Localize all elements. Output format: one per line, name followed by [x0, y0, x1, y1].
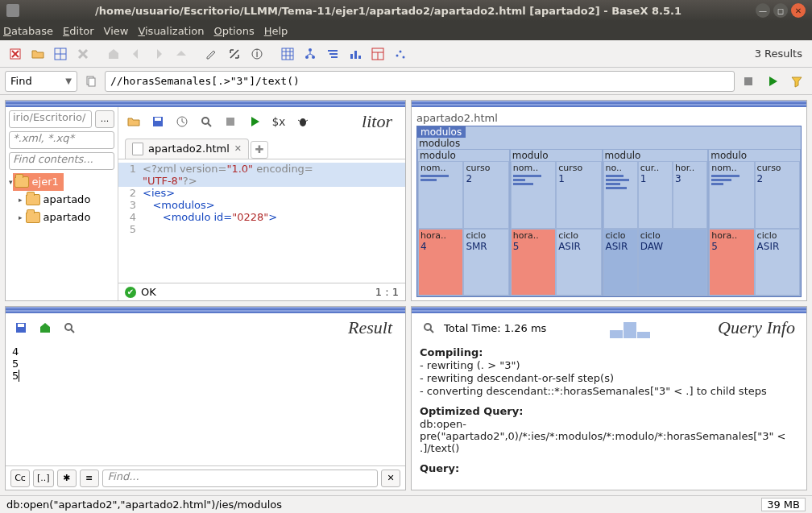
run-query-button[interactable]: [762, 71, 783, 92]
map-modulo[interactable]: modulo nom.. curso1 hora..5 cicloASIR: [510, 149, 603, 296]
open-button[interactable]: [27, 43, 48, 64]
result-panel: Result 4 5 5 Cc [..] ✱ ≡ Find... ✕: [5, 306, 406, 490]
map-modulo[interactable]: modulo nom.. curso2 hora..5 cicloASIR: [708, 149, 801, 296]
window-close-button[interactable]: ✕: [791, 3, 806, 18]
chevron-down-icon: ▼: [65, 77, 72, 85]
clear-find-button[interactable]: ✕: [381, 470, 400, 487]
path-input[interactable]: irio/Escritorio/: [9, 110, 92, 128]
add-tab-button[interactable]: ✚: [251, 141, 268, 159]
close-tab-button[interactable]: ✕: [234, 143, 242, 154]
bars-view-button[interactable]: [345, 43, 366, 64]
svg-rect-21: [350, 54, 353, 59]
back-button[interactable]: [126, 43, 147, 64]
scatter-view-button[interactable]: [390, 43, 411, 64]
filter-button[interactable]: [786, 71, 807, 92]
editor-panel-title: litor: [317, 111, 400, 132]
status-path: db:open("apartado2","apartado2.html")/ie…: [6, 499, 282, 511]
edit-button[interactable]: [201, 43, 222, 64]
ed-search-button[interactable]: [196, 111, 217, 132]
regex-button[interactable]: [..]: [33, 470, 54, 487]
map-view-button[interactable]: [367, 43, 388, 64]
query-mode-value: Find: [10, 75, 32, 87]
menu-view[interactable]: View: [104, 25, 129, 37]
svg-point-46: [425, 324, 431, 330]
menubar: Database Editor View Visualization Optio…: [0, 21, 812, 40]
tree-expand-icon[interactable]: ▸: [19, 196, 23, 204]
svg-rect-32: [744, 77, 752, 85]
svg-point-16: [305, 56, 309, 59]
ed-var-button[interactable]: $x: [268, 111, 289, 132]
tree-expand-icon[interactable]: ▸: [19, 213, 23, 221]
tree-view-button[interactable]: [300, 43, 321, 64]
svg-line-37: [208, 123, 211, 126]
folder-icon: [26, 194, 40, 205]
qi-search-button[interactable]: [418, 317, 439, 338]
up-button[interactable]: [171, 43, 192, 64]
result-output[interactable]: 4 5 5: [6, 342, 405, 465]
result-search-button[interactable]: [59, 317, 80, 338]
ed-open-button[interactable]: [123, 111, 144, 132]
wildcard-button[interactable]: ✱: [57, 470, 77, 487]
tree-item-selected[interactable]: ejer1: [13, 173, 64, 191]
svg-rect-10: [282, 48, 293, 60]
file-filter-input[interactable]: *.xml, *.xq*: [9, 131, 114, 149]
query-input[interactable]: //horasSemanales[.>"3"]/text(): [105, 71, 735, 92]
editor-status: OK: [141, 286, 156, 298]
map-filename: apartado2.html: [416, 110, 802, 126]
stop-query-button[interactable]: [738, 71, 759, 92]
ed-history-button[interactable]: [172, 111, 193, 132]
ed-save-button[interactable]: [147, 111, 168, 132]
svg-point-39: [300, 118, 306, 126]
queryinfo-body[interactable]: Compiling: - rewriting (. > "3") - rewri…: [412, 342, 806, 490]
result-home-button[interactable]: [35, 317, 56, 338]
window-minimize-button[interactable]: —: [756, 3, 770, 18]
home-button[interactable]: [103, 43, 124, 64]
table-view-button[interactable]: [277, 43, 298, 64]
total-time-label: Total Time: 1.26 ms: [444, 322, 546, 334]
ed-stop-button[interactable]: [220, 111, 241, 132]
info-button[interactable]: i: [246, 43, 267, 64]
case-button[interactable]: Cc: [10, 470, 30, 487]
delete-button[interactable]: [72, 43, 93, 64]
expand-button[interactable]: [224, 43, 245, 64]
editor-tab[interactable]: apartado2.html ✕: [125, 139, 249, 159]
svg-text:i: i: [255, 48, 259, 60]
ed-run-button[interactable]: [244, 111, 265, 132]
tree-item[interactable]: ▸apartado: [9, 191, 114, 209]
menu-editor[interactable]: Editor: [63, 25, 93, 37]
queryinfo-panel-title: Query Info: [718, 317, 800, 338]
map-modulo[interactable]: modulo nom.. curso2 hora..4 cicloSMR: [417, 149, 510, 296]
ed-debug-button[interactable]: [292, 111, 313, 132]
forward-button[interactable]: [148, 43, 169, 64]
browse-path-button[interactable]: ...: [95, 110, 114, 128]
window-maximize-button[interactable]: ◻: [773, 3, 788, 18]
result-find-input[interactable]: Find...: [102, 470, 378, 487]
map-root[interactable]: modulos modulos modulo nom.. curso2 hora…: [416, 126, 802, 297]
menu-options[interactable]: Options: [214, 25, 255, 37]
app-icon: [6, 4, 19, 17]
status-bar: db:open("apartado2","apartado2.html")/ie…: [0, 495, 812, 513]
result-save-button[interactable]: [10, 317, 31, 338]
list-view-button[interactable]: [322, 43, 343, 64]
memory-indicator: 39 MB: [761, 498, 806, 511]
timing-sparkline: [610, 317, 650, 338]
svg-point-15: [309, 48, 312, 52]
new-db-button[interactable]: [5, 43, 26, 64]
find-contents-input[interactable]: Find contents...: [9, 152, 114, 170]
svg-point-36: [202, 118, 209, 124]
multiline-button[interactable]: ≡: [80, 470, 99, 487]
menu-help[interactable]: Help: [264, 25, 288, 37]
main-toolbar: i 3 Results: [0, 40, 812, 68]
tree-item[interactable]: ▸apartado: [9, 209, 114, 226]
project-tree[interactable]: ▾ ejer1 ▸apartado ▸apartado: [9, 173, 114, 226]
query-mode-combo[interactable]: Find ▼: [5, 71, 77, 92]
menu-database[interactable]: Database: [3, 25, 53, 37]
svg-rect-31: [89, 78, 95, 86]
menu-visualization[interactable]: Visualization: [138, 25, 204, 37]
code-editor[interactable]: 1<?xml version="1.0" encoding= "UTF-8"?>…: [118, 159, 405, 283]
svg-point-28: [400, 50, 402, 52]
grid-button[interactable]: [50, 43, 71, 64]
map-modulo[interactable]: modulo no.. cur..1 hor..3 cicloASIR cicl…: [603, 149, 709, 296]
copy-query-button[interactable]: [81, 71, 102, 92]
cursor-position: 1 : 1: [375, 286, 399, 298]
